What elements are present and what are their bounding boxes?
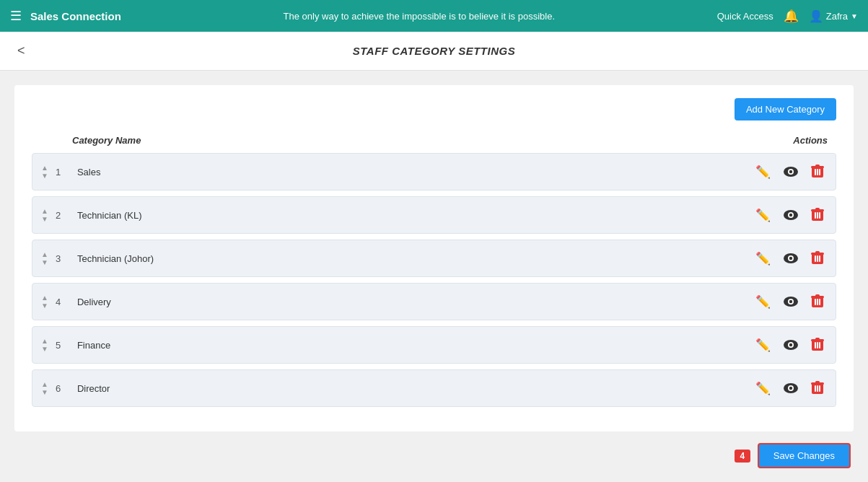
eye-icon [784,340,798,350]
svg-rect-44 [819,342,820,349]
svg-point-29 [789,300,792,303]
add-new-category-button[interactable]: Add New Category [735,98,836,120]
view-button[interactable] [781,207,801,223]
view-button[interactable] [781,250,801,266]
toolbar-row: Add New Category [32,98,836,120]
table-row: ▲ ▼ 2 Technician (KL) ✏️ [32,196,836,234]
edit-button[interactable]: ✏️ [753,162,773,183]
row-number: 2 [56,210,66,221]
trash-icon [811,338,824,352]
row-actions: ✏️ [753,248,827,269]
table-header: Category Name Actions [32,131,836,153]
eye-icon [784,167,798,177]
edit-button[interactable]: ✏️ [753,248,773,269]
eye-icon [784,297,798,307]
table-row: ▲ ▼ 6 Director ✏️ [32,369,836,407]
sort-control[interactable]: ▲ ▼ [41,294,48,310]
svg-rect-35 [819,299,820,305]
category-list: ▲ ▼ 1 Sales ✏️ [32,153,836,407]
svg-rect-43 [817,342,818,349]
sort-up-icon: ▲ [41,381,48,388]
svg-point-47 [789,387,792,390]
svg-rect-50 [815,381,820,383]
view-button[interactable] [781,294,801,310]
page-title: STAFF CATEGORY SETTINGS [353,45,515,57]
svg-rect-25 [817,255,818,262]
svg-rect-8 [819,169,820,175]
sort-control[interactable]: ▲ ▼ [41,381,48,396]
back-button[interactable]: < [17,43,25,58]
category-name: Technician (KL) [77,210,753,221]
svg-rect-41 [815,338,820,340]
step-badge: 4 [735,450,750,463]
view-button[interactable] [781,164,801,180]
delete-button[interactable] [808,205,827,225]
top-navigation: ☰ Sales Connection The only way to achie… [0,0,868,32]
sort-up-icon: ▲ [41,251,48,258]
hamburger-icon[interactable]: ☰ [10,8,22,24]
delete-button[interactable] [808,335,827,355]
category-name: Director [77,383,753,394]
row-number: 4 [56,297,66,307]
svg-rect-52 [817,385,818,392]
user-menu[interactable]: 👤 Zafra ▼ [809,9,858,23]
row-actions: ✏️ [753,205,827,226]
main-content: < STAFF CATEGORY SETTINGS Add New Catego… [0,32,868,482]
svg-rect-32 [815,294,820,297]
delete-button[interactable] [808,292,827,312]
table-row: ▲ ▼ 5 Finance ✏️ [32,326,836,364]
sort-control[interactable]: ▲ ▼ [41,251,48,266]
sort-control[interactable]: ▲ ▼ [41,338,48,353]
trash-icon [811,165,824,179]
table-row: ▲ ▼ 4 Delivery ✏️ [32,283,836,320]
svg-point-11 [789,214,792,216]
svg-rect-51 [815,385,816,392]
sort-up-icon: ▲ [41,294,48,302]
sort-down-icon: ▼ [41,302,48,310]
svg-rect-53 [819,385,820,392]
user-name: Zafra [826,11,848,22]
sort-down-icon: ▼ [41,216,48,223]
edit-button[interactable]: ✏️ [753,335,773,356]
svg-rect-5 [815,165,820,167]
svg-rect-33 [815,299,816,305]
trash-icon [811,208,824,222]
edit-button[interactable]: ✏️ [753,378,773,399]
view-button[interactable] [781,337,801,353]
sort-down-icon: ▼ [41,172,48,180]
table-row: ▲ ▼ 1 Sales ✏️ [32,153,836,190]
category-name: Sales [77,167,753,178]
sort-down-icon: ▼ [41,346,48,353]
col-name-header: Category Name [72,135,141,146]
eye-icon [784,253,798,263]
row-number: 1 [56,167,66,178]
user-avatar-icon: 👤 [809,9,823,23]
sort-down-icon: ▼ [41,389,48,396]
edit-button[interactable]: ✏️ [753,205,773,226]
delete-button[interactable] [808,378,827,398]
col-actions-header: Actions [793,135,828,146]
svg-rect-23 [815,251,820,253]
row-number: 6 [56,383,66,394]
edit-button[interactable]: ✏️ [753,292,773,312]
svg-rect-17 [819,212,820,219]
delete-button[interactable] [808,248,827,268]
sort-control[interactable]: ▲ ▼ [41,208,48,223]
row-actions: ✏️ [753,378,827,399]
svg-point-2 [789,170,792,173]
svg-rect-15 [815,212,816,219]
delete-button[interactable] [808,162,827,182]
quick-access-link[interactable]: Quick Access [717,11,773,22]
row-actions: ✏️ [753,335,827,356]
app-brand: Sales Connection [30,10,121,22]
bell-icon[interactable]: 🔔 [784,9,799,24]
trash-icon [811,294,824,309]
sort-control[interactable]: ▲ ▼ [41,165,48,180]
view-button[interactable] [781,380,801,396]
eye-icon [784,210,798,220]
trash-icon [811,381,824,395]
save-changes-button[interactable]: Save Changes [758,443,851,468]
row-number: 5 [56,340,66,351]
content-card: Add New Category Category Name Actions ▲… [14,85,854,431]
sort-up-icon: ▲ [41,208,48,215]
